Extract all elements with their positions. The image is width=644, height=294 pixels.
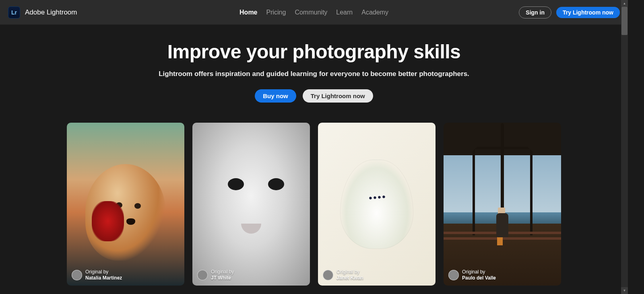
top-nav-bar: Lr Adobe Lightroom Home Pricing Communit… <box>0 0 628 25</box>
primary-nav: Home Pricing Community Learn Academy <box>239 9 388 16</box>
brand-name: Adobe Lightroom <box>25 8 77 16</box>
nav-academy[interactable]: Academy <box>361 9 388 16</box>
try-lightroom-hero-button[interactable]: Try Lightroom now <box>303 89 373 103</box>
lightroom-logo-icon: Lr <box>8 6 20 19</box>
vertical-scrollbar[interactable]: ▲ ▼ <box>621 0 628 294</box>
gallery-card[interactable]: Original by Janet Kwan <box>318 123 436 286</box>
author-name: Natalia Martinez <box>85 275 122 281</box>
scroll-up-icon[interactable]: ▲ <box>621 0 628 7</box>
hero-subhead: Lightroom offers inspiration and guided … <box>0 70 628 78</box>
hero-section: Improve your photography skills Lightroo… <box>0 25 628 294</box>
card-attribution: Original by Janet Kwan <box>323 269 363 281</box>
nav-pricing[interactable]: Pricing <box>266 9 286 16</box>
header-actions: Sign in Try Lightroom now <box>519 6 620 19</box>
hero-headline: Improve your photography skills <box>0 41 628 63</box>
author-name: JT White <box>211 275 234 281</box>
gallery-card[interactable]: Original by Paulo del Valle <box>444 123 561 286</box>
gallery-card[interactable]: Original by Natalia Martinez <box>67 123 184 286</box>
sign-in-button[interactable]: Sign in <box>519 6 551 19</box>
brand[interactable]: Lr Adobe Lightroom <box>8 6 77 19</box>
card-attribution: Original by Natalia Martinez <box>72 269 122 281</box>
original-by-label: Original by <box>85 269 122 275</box>
original-by-label: Original by <box>336 269 363 275</box>
card-attribution: Original by JT White <box>197 269 234 281</box>
card-attribution: Original by Paulo del Valle <box>448 269 496 281</box>
avatar <box>197 270 208 280</box>
gallery-card[interactable]: Original by JT White <box>192 123 310 286</box>
gallery: Original by Natalia Martinez Original by… <box>0 123 628 294</box>
author-name: Paulo del Valle <box>462 275 496 281</box>
scroll-thumb[interactable] <box>621 7 627 35</box>
avatar <box>323 270 333 280</box>
avatar <box>448 270 459 280</box>
nav-community[interactable]: Community <box>295 9 327 16</box>
original-by-label: Original by <box>462 269 496 275</box>
hero-cta-row: Buy now Try Lightroom now <box>0 89 628 103</box>
nav-learn[interactable]: Learn <box>336 9 353 16</box>
try-lightroom-header-button[interactable]: Try Lightroom now <box>556 7 620 18</box>
avatar <box>72 270 82 280</box>
scroll-down-icon[interactable]: ▼ <box>621 287 628 294</box>
author-name: Janet Kwan <box>336 275 363 281</box>
original-by-label: Original by <box>211 269 234 275</box>
nav-home[interactable]: Home <box>239 9 257 16</box>
buy-now-button[interactable]: Buy now <box>255 89 296 103</box>
